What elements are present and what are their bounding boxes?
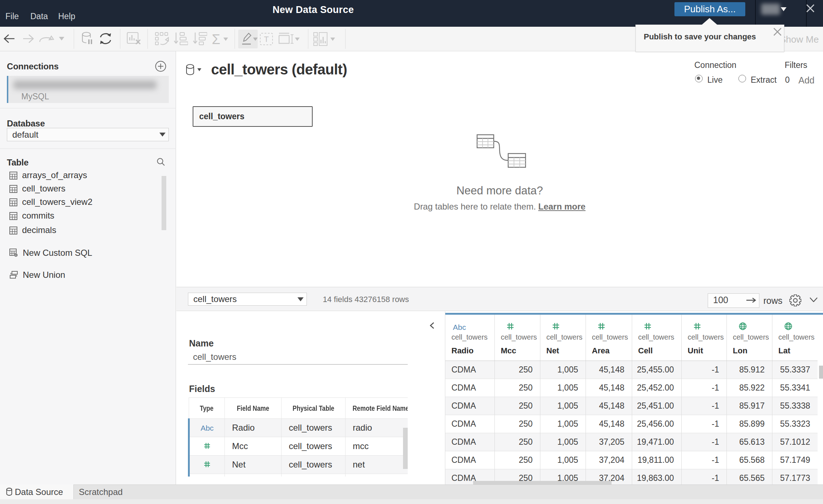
svg-text:T: T: [264, 35, 269, 44]
